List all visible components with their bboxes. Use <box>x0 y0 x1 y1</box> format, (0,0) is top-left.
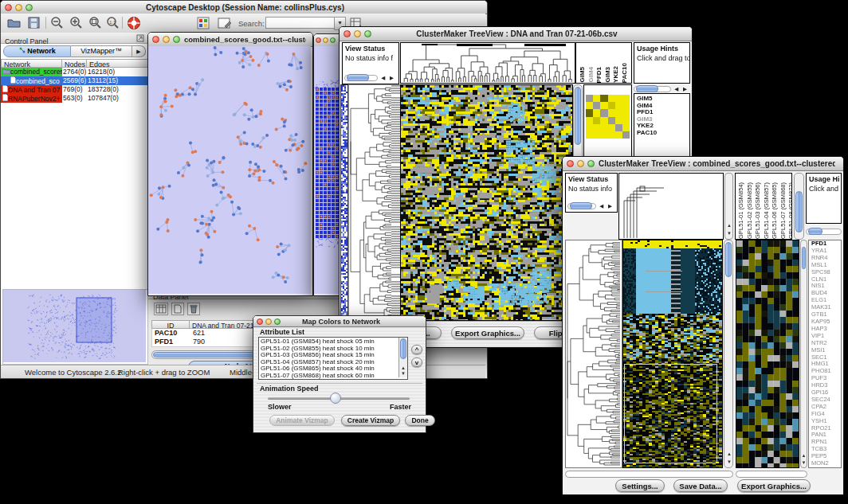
matrix-cell[interactable] <box>608 131 615 139</box>
table-view-icon[interactable] <box>154 303 168 315</box>
scroll-up-arrow[interactable]: ▲ <box>726 451 732 456</box>
search-input[interactable] <box>265 17 336 29</box>
tv2-column-dendrogram-canvas[interactable] <box>619 174 723 239</box>
tv1-global-strip[interactable] <box>340 84 348 321</box>
matrix-cell[interactable] <box>593 109 600 116</box>
tv2-export-graphics-button[interactable]: Export Graphics... <box>737 479 811 492</box>
matrix-cell[interactable] <box>622 124 630 131</box>
matrix-cell[interactable] <box>600 102 607 109</box>
matrix-cell[interactable] <box>600 131 607 139</box>
tv2-zoom-heatmap-panel[interactable] <box>736 240 799 468</box>
attribute-list-item[interactable]: GPL51-07 (GSM868) heat shock 60 min <box>261 373 395 380</box>
tv1-heatmap-panel[interactable] <box>400 84 573 321</box>
close-button[interactable] <box>5 4 12 11</box>
close-button[interactable] <box>257 318 263 325</box>
tv2-settings-button[interactable]: Settings... <box>615 479 665 492</box>
matrix-cell[interactable] <box>622 109 630 116</box>
attribute-listbox[interactable]: GPL51-01 (GSM854) heat shock 05 minGPL51… <box>258 337 408 380</box>
scroll-left-right-arrows[interactable]: ◀ ▶ <box>673 86 690 92</box>
zoom-button[interactable] <box>274 318 281 325</box>
tv2-hscrollbar-right[interactable] <box>736 471 807 478</box>
tv2-zoom-heatmap-canvas[interactable] <box>736 240 799 467</box>
zoom-out-icon[interactable] <box>50 17 63 29</box>
open-file-icon[interactable] <box>7 17 21 29</box>
tv2-top-mid-scrollbar[interactable]: ▲ ▼ <box>724 173 733 240</box>
matrix-cell[interactable] <box>622 95 630 102</box>
matrix-cell[interactable] <box>593 124 600 131</box>
minimize-button[interactable] <box>577 160 584 167</box>
new-attribute-icon[interactable] <box>171 303 184 315</box>
matrix-cell[interactable] <box>615 95 622 102</box>
zoom-selected-icon[interactable] <box>88 17 101 29</box>
network-row-3[interactable]: DNA and Tran 07 769(0) 183728(0) <box>1 85 148 94</box>
move-up-button[interactable]: ^ <box>411 345 422 354</box>
matrix-cell[interactable] <box>586 95 593 102</box>
zoom-button[interactable] <box>587 160 595 167</box>
scroll-left-right-arrows[interactable]: ◀ ▶ <box>379 75 397 81</box>
delete-attribute-icon[interactable] <box>187 303 200 315</box>
zoom-button[interactable] <box>364 30 371 37</box>
listbox-vscrollbar[interactable]: ▲ ▼ <box>398 338 407 377</box>
treeview2-titlebar[interactable]: ClusterMaker TreeView : combined_scores_… <box>563 157 843 171</box>
scroll-down-arrow[interactable]: ▼ <box>726 459 732 464</box>
close-button[interactable] <box>567 160 574 167</box>
tab-network[interactable]: Network <box>3 45 71 57</box>
matrix-cell[interactable] <box>615 109 622 116</box>
matrix-cell[interactable] <box>615 102 622 109</box>
tv2-labels-vscrollbar[interactable] <box>794 173 804 240</box>
tv1-row-dendrogram-canvas[interactable] <box>349 85 400 320</box>
tabs-more-button[interactable]: ▶ <box>132 45 146 57</box>
tv1-row-dendrogram-panel[interactable] <box>348 84 401 321</box>
tv1-column-dendrogram-panel[interactable] <box>400 42 575 84</box>
matrix-cell[interactable] <box>608 124 615 131</box>
annotation-icon[interactable] <box>218 17 232 29</box>
matrix-cell[interactable] <box>615 124 622 131</box>
network-row-2[interactable]: combined_sco 2569(6) 13112(15) <box>1 76 148 85</box>
close-button[interactable] <box>316 37 321 43</box>
matrix-cell[interactable] <box>586 102 593 109</box>
tv1-export-graphics-button[interactable]: Export Graphics... <box>451 326 524 339</box>
tv2-vscrollbar[interactable]: ▲ ▼ <box>724 240 733 468</box>
zoom-in-icon[interactable] <box>69 17 82 29</box>
tv1-usage-scrollbar[interactable] <box>634 86 671 92</box>
matrix-cell[interactable] <box>622 102 630 109</box>
matrix-cell[interactable] <box>593 131 600 139</box>
matrix-cell[interactable] <box>586 131 593 139</box>
tv1-global-strip-canvas[interactable] <box>341 85 347 320</box>
matrix-cell[interactable] <box>600 124 607 131</box>
matrix-cell[interactable] <box>608 95 615 102</box>
move-down-button[interactable]: v <box>411 357 422 367</box>
minimize-button[interactable] <box>163 36 170 43</box>
done-button[interactable]: Done <box>405 415 435 426</box>
tv2-heatmap-panel[interactable] <box>622 240 723 468</box>
zoom-button[interactable] <box>173 36 180 43</box>
tv1-zoom-heatmap-matrix[interactable] <box>586 95 630 139</box>
zoom-button[interactable] <box>26 4 33 11</box>
network-row-4[interactable]: RNAPuberNov2+ 563(0) 107847(0) <box>1 94 148 103</box>
scroll-down-arrow[interactable]: ▼ <box>801 460 807 465</box>
matrix-cell[interactable] <box>622 131 630 139</box>
matrix-cell[interactable] <box>608 117 615 124</box>
navigator-canvas[interactable] <box>3 290 146 362</box>
tv2-column-dendrogram-panel[interactable] <box>618 173 724 240</box>
create-vizmap-button[interactable]: Create Vizmap <box>341 415 400 426</box>
matrix-cell[interactable] <box>600 117 607 124</box>
matrix-cell[interactable] <box>586 117 593 124</box>
treeview1-titlebar[interactable]: ClusterMaker TreeView : DNA and Tran 07-… <box>340 27 692 41</box>
matrix-cell[interactable] <box>608 102 615 109</box>
tv2-row-dendrogram-canvas[interactable] <box>566 240 622 467</box>
network-navigator[interactable] <box>2 289 148 365</box>
tv2-heatmap-canvas[interactable] <box>623 240 722 467</box>
tv2-usage-scrollbar[interactable] <box>806 229 842 235</box>
scroll-up-arrow[interactable]: ▲ <box>400 365 406 370</box>
scroll-left-right-arrows[interactable]: ◀ ▶ <box>598 203 615 209</box>
vizmapper-icon[interactable] <box>197 17 210 29</box>
tv2-status-scrollbar[interactable] <box>567 203 596 209</box>
scroll-down-arrow[interactable]: ▼ <box>400 371 406 376</box>
zoom-fit-icon[interactable]: 1:1 <box>106 17 119 29</box>
close-button[interactable] <box>152 36 159 43</box>
dialog-titlebar[interactable]: Map Colors to Network <box>253 316 426 327</box>
matrix-cell[interactable] <box>615 117 622 124</box>
matrix-cell[interactable] <box>586 109 593 116</box>
matrix-cell[interactable] <box>593 102 600 109</box>
